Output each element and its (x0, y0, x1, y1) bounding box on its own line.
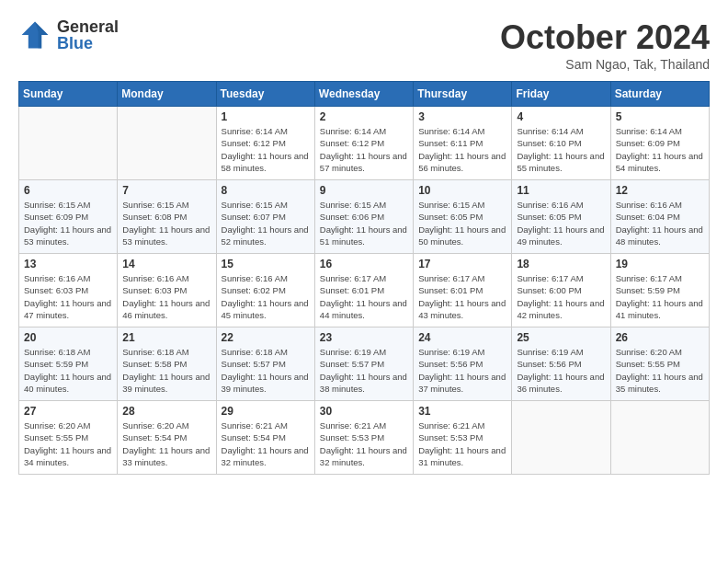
logo-text: General Blue (57, 18, 119, 52)
day-number: 1 (222, 110, 310, 123)
weekday-header-saturday: Saturday (610, 82, 709, 107)
day-info: Sunrise: 6:17 AM Sunset: 6:01 PM Dayligh… (320, 272, 408, 321)
day-info: Sunrise: 6:20 AM Sunset: 5:55 PM Dayligh… (616, 346, 704, 395)
day-number: 3 (418, 110, 506, 123)
day-info: Sunrise: 6:16 AM Sunset: 6:04 PM Dayligh… (616, 199, 704, 247)
calendar-cell: 23Sunrise: 6:19 AM Sunset: 5:57 PM Dayli… (314, 327, 413, 401)
day-info: Sunrise: 6:14 AM Sunset: 6:11 PM Dayligh… (418, 125, 506, 174)
logo-general: General (57, 18, 119, 35)
month-title: October 2024 (500, 18, 710, 57)
day-number: 9 (320, 184, 408, 197)
calendar-cell: 25Sunrise: 6:19 AM Sunset: 5:56 PM Dayli… (512, 327, 610, 401)
calendar-cell (118, 107, 216, 180)
day-number: 31 (418, 405, 506, 418)
calendar-cell: 9Sunrise: 6:15 AM Sunset: 6:06 PM Daylig… (314, 180, 413, 254)
weekday-header-friday: Friday (512, 82, 610, 107)
calendar-cell: 12Sunrise: 6:16 AM Sunset: 6:04 PM Dayli… (610, 180, 709, 254)
day-info: Sunrise: 6:19 AM Sunset: 5:56 PM Dayligh… (517, 346, 605, 395)
day-number: 27 (24, 405, 112, 418)
day-info: Sunrise: 6:21 AM Sunset: 5:53 PM Dayligh… (418, 419, 506, 468)
calendar-cell: 26Sunrise: 6:20 AM Sunset: 5:55 PM Dayli… (610, 327, 709, 401)
calendar-table: SundayMondayTuesdayWednesdayThursdayFrid… (18, 81, 710, 475)
day-info: Sunrise: 6:18 AM Sunset: 5:58 PM Dayligh… (122, 346, 210, 395)
day-info: Sunrise: 6:16 AM Sunset: 6:03 PM Dayligh… (24, 272, 112, 321)
day-number: 16 (320, 258, 408, 270)
day-number: 13 (24, 258, 112, 270)
day-info: Sunrise: 6:16 AM Sunset: 6:02 PM Dayligh… (222, 272, 310, 321)
day-number: 28 (122, 405, 210, 418)
day-info: Sunrise: 6:19 AM Sunset: 5:56 PM Dayligh… (418, 346, 506, 395)
calendar-cell: 14Sunrise: 6:16 AM Sunset: 6:03 PM Dayli… (118, 254, 216, 327)
calendar-cell: 4Sunrise: 6:14 AM Sunset: 6:10 PM Daylig… (512, 107, 610, 180)
day-number: 29 (222, 405, 310, 418)
day-info: Sunrise: 6:15 AM Sunset: 6:07 PM Dayligh… (222, 199, 310, 247)
calendar-cell: 15Sunrise: 6:16 AM Sunset: 6:02 PM Dayli… (216, 254, 314, 327)
day-number: 7 (122, 184, 210, 197)
day-number: 30 (320, 405, 408, 418)
day-info: Sunrise: 6:15 AM Sunset: 6:09 PM Dayligh… (24, 199, 112, 247)
calendar-cell: 28Sunrise: 6:20 AM Sunset: 5:54 PM Dayli… (118, 401, 216, 475)
logo-icon (18, 18, 51, 52)
calendar-week-4: 20Sunrise: 6:18 AM Sunset: 5:59 PM Dayli… (19, 327, 710, 401)
calendar-cell: 7Sunrise: 6:15 AM Sunset: 6:08 PM Daylig… (118, 180, 216, 254)
day-number: 8 (222, 184, 310, 197)
day-info: Sunrise: 6:19 AM Sunset: 5:57 PM Dayligh… (320, 346, 408, 395)
weekday-header-sunday: Sunday (19, 82, 118, 107)
day-number: 5 (616, 110, 704, 123)
logo: General Blue (18, 18, 119, 52)
weekday-header-monday: Monday (118, 82, 216, 107)
calendar-cell (19, 107, 118, 180)
day-info: Sunrise: 6:14 AM Sunset: 6:10 PM Dayligh… (517, 125, 605, 174)
day-number: 17 (418, 258, 506, 270)
calendar-cell: 8Sunrise: 6:15 AM Sunset: 6:07 PM Daylig… (216, 180, 314, 254)
calendar-cell: 18Sunrise: 6:17 AM Sunset: 6:00 PM Dayli… (512, 254, 610, 327)
calendar-cell: 3Sunrise: 6:14 AM Sunset: 6:11 PM Daylig… (414, 107, 512, 180)
calendar-week-1: 1Sunrise: 6:14 AM Sunset: 6:12 PM Daylig… (19, 107, 710, 180)
calendar-week-5: 27Sunrise: 6:20 AM Sunset: 5:55 PM Dayli… (19, 401, 710, 475)
calendar-cell: 20Sunrise: 6:18 AM Sunset: 5:59 PM Dayli… (19, 327, 118, 401)
calendar-cell: 29Sunrise: 6:21 AM Sunset: 5:54 PM Dayli… (216, 401, 314, 475)
day-number: 20 (24, 331, 112, 344)
calendar-cell: 16Sunrise: 6:17 AM Sunset: 6:01 PM Dayli… (314, 254, 413, 327)
day-info: Sunrise: 6:18 AM Sunset: 5:57 PM Dayligh… (222, 346, 310, 395)
day-number: 10 (418, 184, 506, 197)
day-info: Sunrise: 6:17 AM Sunset: 6:01 PM Dayligh… (418, 272, 506, 321)
calendar-cell: 24Sunrise: 6:19 AM Sunset: 5:56 PM Dayli… (414, 327, 512, 401)
day-info: Sunrise: 6:17 AM Sunset: 5:59 PM Dayligh… (616, 272, 704, 321)
day-number: 23 (320, 331, 408, 344)
location-title: Sam Ngao, Tak, Thailand (500, 57, 710, 72)
calendar-cell: 21Sunrise: 6:18 AM Sunset: 5:58 PM Dayli… (118, 327, 216, 401)
day-number: 22 (222, 331, 310, 344)
day-number: 26 (616, 331, 704, 344)
day-info: Sunrise: 6:14 AM Sunset: 6:12 PM Dayligh… (222, 125, 310, 174)
title-block: October 2024 Sam Ngao, Tak, Thailand (500, 18, 710, 72)
calendar-cell (512, 401, 610, 475)
calendar-cell: 11Sunrise: 6:16 AM Sunset: 6:05 PM Dayli… (512, 180, 610, 254)
day-info: Sunrise: 6:14 AM Sunset: 6:12 PM Dayligh… (320, 125, 408, 174)
calendar-cell (610, 401, 709, 475)
day-info: Sunrise: 6:15 AM Sunset: 6:08 PM Dayligh… (122, 199, 210, 247)
day-number: 14 (122, 258, 210, 270)
day-info: Sunrise: 6:17 AM Sunset: 6:00 PM Dayligh… (517, 272, 605, 321)
day-number: 12 (616, 184, 704, 197)
day-info: Sunrise: 6:14 AM Sunset: 6:09 PM Dayligh… (616, 125, 704, 174)
day-number: 4 (517, 110, 605, 123)
day-number: 21 (122, 331, 210, 344)
day-number: 25 (517, 331, 605, 344)
calendar-week-3: 13Sunrise: 6:16 AM Sunset: 6:03 PM Dayli… (19, 254, 710, 327)
day-info: Sunrise: 6:16 AM Sunset: 6:05 PM Dayligh… (517, 199, 605, 247)
calendar-cell: 6Sunrise: 6:15 AM Sunset: 6:09 PM Daylig… (19, 180, 118, 254)
day-info: Sunrise: 6:21 AM Sunset: 5:53 PM Dayligh… (320, 419, 408, 468)
calendar-cell: 27Sunrise: 6:20 AM Sunset: 5:55 PM Dayli… (19, 401, 118, 475)
day-number: 18 (517, 258, 605, 270)
weekday-header-row: SundayMondayTuesdayWednesdayThursdayFrid… (19, 82, 710, 107)
day-info: Sunrise: 6:20 AM Sunset: 5:54 PM Dayligh… (122, 419, 210, 468)
day-number: 2 (320, 110, 408, 123)
calendar-cell: 2Sunrise: 6:14 AM Sunset: 6:12 PM Daylig… (314, 107, 413, 180)
calendar-cell: 22Sunrise: 6:18 AM Sunset: 5:57 PM Dayli… (216, 327, 314, 401)
day-number: 15 (222, 258, 310, 270)
day-number: 6 (24, 184, 112, 197)
calendar-week-2: 6Sunrise: 6:15 AM Sunset: 6:09 PM Daylig… (19, 180, 710, 254)
day-info: Sunrise: 6:15 AM Sunset: 6:06 PM Dayligh… (320, 199, 408, 247)
calendar-cell: 10Sunrise: 6:15 AM Sunset: 6:05 PM Dayli… (414, 180, 512, 254)
